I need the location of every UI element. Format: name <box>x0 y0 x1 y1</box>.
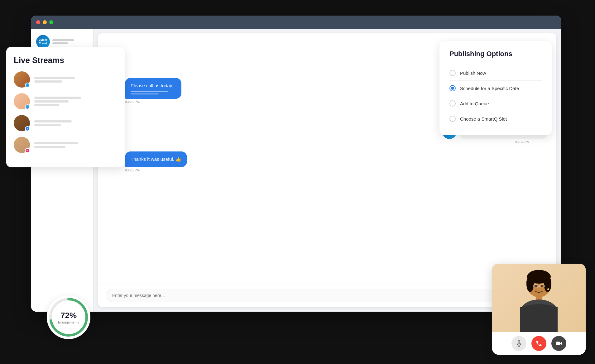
stream-line-2b <box>34 100 69 103</box>
add-queue-option[interactable]: Add to Queue <box>449 96 542 111</box>
stream-line-3b <box>34 124 61 126</box>
publishing-title: Publishing Options <box>449 50 542 58</box>
svg-point-13 <box>535 285 537 287</box>
stream-text-3 <box>34 120 117 126</box>
stream-avatar-1: 🐦 <box>14 71 30 88</box>
engagement-container: 72% Engagements <box>47 295 90 339</box>
logo-text <box>52 39 74 44</box>
logo-line-1 <box>52 39 74 41</box>
stream-badge-4: ◎ <box>25 148 30 153</box>
engagement-circle: 72% Engagements <box>47 295 90 339</box>
svg-point-11 <box>536 273 542 278</box>
message-time-4: 03:25 PM <box>125 168 140 172</box>
stream-avatar-3: f <box>14 115 30 131</box>
stream-line-4a <box>34 142 78 144</box>
stream-avatar-2: 🐦 <box>14 93 30 109</box>
video-controls <box>492 332 586 355</box>
message-bubble-4: Thanks it was useful. 👍 <box>125 151 187 167</box>
stream-line-2c <box>34 104 59 106</box>
bubble-lines <box>131 91 176 94</box>
publishing-panel: Publishing Options Publish Now Schedule … <box>439 41 552 135</box>
titlebar <box>31 16 561 29</box>
stream-text-1 <box>34 77 117 83</box>
stream-line-2a <box>34 97 81 99</box>
bubble-line-1 <box>131 91 168 92</box>
smartq-radio[interactable] <box>449 116 456 122</box>
svg-rect-24 <box>556 342 560 345</box>
svg-point-10 <box>530 275 535 280</box>
schedule-date-label: Schedule for a Specific Date <box>460 86 519 91</box>
minimize-button[interactable] <box>43 20 47 24</box>
end-call-button[interactable] <box>531 336 546 351</box>
svg-point-14 <box>541 285 543 287</box>
logo-line-2 <box>52 42 68 44</box>
bubble-line-2 <box>131 93 159 94</box>
smartq-slot-option[interactable]: Choose a SmartQ Slot <box>449 111 542 126</box>
engagement-percentage: 72% <box>60 311 77 320</box>
stream-badge-2: 🐦 <box>25 104 30 109</box>
stream-item-2: 🐦 <box>14 93 117 109</box>
message-group-4: 🐦 Thanks it was useful. 👍 03:25 PM <box>108 151 547 172</box>
engagement-label: Engagements <box>58 320 79 324</box>
publish-now-label: Publish Now <box>460 70 486 76</box>
publish-now-option[interactable]: Publish Now <box>449 65 542 81</box>
svg-point-12 <box>542 275 548 280</box>
svg-point-20 <box>547 288 549 290</box>
publish-now-radio[interactable] <box>449 70 456 76</box>
message-time-3: 05:37 PM <box>515 140 530 144</box>
maximize-button[interactable] <box>49 20 53 24</box>
add-queue-radio[interactable] <box>449 100 456 107</box>
add-queue-label: Add to Queue <box>460 101 489 106</box>
video-content <box>492 264 586 332</box>
message-time-2: 03:25 PM <box>125 100 140 104</box>
live-streams-title: Live Streams <box>14 55 117 65</box>
stream-line-1b <box>34 80 62 83</box>
stream-text-2 <box>34 97 117 106</box>
message-text-4: Thanks it was useful. 👍 <box>131 156 181 162</box>
chat-input-area <box>98 284 556 307</box>
radio-selected-dot <box>451 87 454 90</box>
stream-line-1a <box>34 77 75 79</box>
stream-item-1: 🐦 <box>14 71 117 88</box>
schedule-date-option[interactable]: Schedule for a Specific Date <box>449 81 542 96</box>
camera-button[interactable] <box>551 336 566 351</box>
smartq-label: Choose a SmartQ Slot <box>460 116 507 122</box>
stream-line-4b <box>34 146 65 148</box>
stream-item-3: f <box>14 115 117 131</box>
stream-line-3a <box>34 120 72 122</box>
message-text-2: Please call us today... <box>131 83 176 88</box>
message-input[interactable] <box>106 289 534 302</box>
stream-avatar-4: ◎ <box>14 137 30 153</box>
schedule-date-radio[interactable] <box>449 85 456 91</box>
stream-badge-3: f <box>25 126 30 131</box>
svg-marker-23 <box>560 342 562 345</box>
video-call-panel <box>492 264 586 355</box>
mic-button[interactable] <box>511 336 526 351</box>
stream-badge-1: 🐦 <box>25 83 30 88</box>
close-button[interactable] <box>36 20 40 24</box>
live-streams-panel: Live Streams 🐦 🐦 f <box>6 47 125 167</box>
message-bubble-2: Please call us today... <box>125 78 181 99</box>
stream-text-4 <box>34 142 117 148</box>
stream-item-4: ◎ <box>14 137 117 153</box>
person-illustration <box>508 264 570 332</box>
